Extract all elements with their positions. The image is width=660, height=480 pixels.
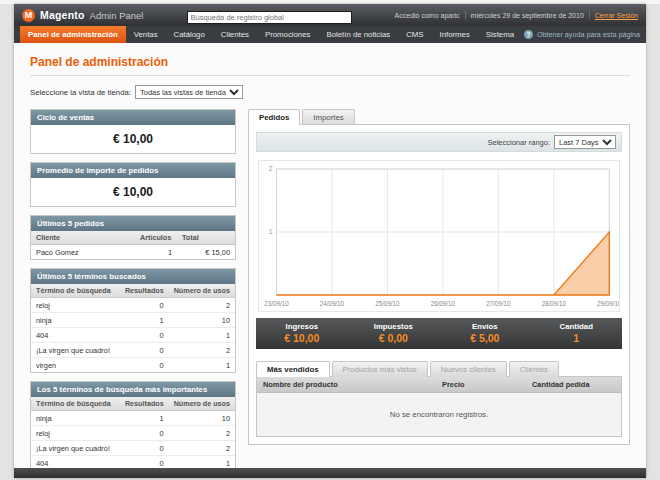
nav-item-newsletter[interactable]: Boletín de noticias bbox=[318, 26, 398, 43]
svg-text:29/09/10: 29/09/10 bbox=[597, 300, 619, 307]
separator bbox=[589, 11, 590, 19]
tab-new-customers[interactable]: Nuevos clientes bbox=[430, 361, 507, 377]
logged-in-status: Accedió como aparic bbox=[395, 12, 460, 19]
cell-uses: 2 bbox=[169, 343, 235, 358]
col-header: Artículos bbox=[135, 231, 177, 245]
range-select[interactable]: Last 7 Days bbox=[554, 135, 616, 149]
nav-item-customers[interactable]: Clientes bbox=[213, 26, 257, 43]
page-title: Panel de administración bbox=[30, 47, 630, 76]
nav-item-sales[interactable]: Ventas bbox=[126, 26, 166, 43]
cell-items: 1 bbox=[135, 245, 177, 260]
main-nav: Panel de administración Ventas Catálogo … bbox=[14, 26, 646, 43]
logo-suffix: Admin Panel bbox=[90, 10, 144, 21]
table-row[interactable]: virgen 0 1 bbox=[31, 358, 235, 373]
cell-term: ¡La virgen que cuadro! bbox=[31, 343, 120, 358]
table-row[interactable]: ¡La virgen que cuadro! 0 2 bbox=[31, 441, 235, 456]
store-view-label: Seleccione la vista de tienda: bbox=[30, 88, 131, 97]
cell-term: reloj bbox=[31, 426, 120, 441]
col-header: Resultados bbox=[120, 397, 169, 411]
top-bar: M Magento Admin Panel Accedió como apari… bbox=[14, 4, 646, 26]
table-row[interactable]: 404 0 1 bbox=[31, 456, 235, 469]
total-label: Impuestos bbox=[348, 322, 440, 331]
tab-bestsellers[interactable]: Más vendidos bbox=[256, 361, 330, 377]
nav-item-promotions[interactable]: Promociones bbox=[257, 26, 319, 43]
table-row[interactable]: 404 0 1 bbox=[31, 328, 235, 343]
nav-item-dashboard[interactable]: Panel de administración bbox=[20, 26, 126, 43]
cell-uses: 1 bbox=[169, 358, 235, 373]
table-row[interactable]: ninja 1 10 bbox=[31, 411, 235, 426]
page-help-link[interactable]: ? Obtener ayuda para esta página bbox=[524, 26, 640, 43]
last-search-panel: Últimos 5 términos buscados Término de b… bbox=[30, 268, 236, 373]
logout-link[interactable]: Cerrar Sesión bbox=[595, 12, 638, 19]
table-row[interactable]: Paco Gomez 1 € 15,00 bbox=[31, 245, 235, 260]
orders-chart: 1223/09/1024/09/1025/09/1026/09/1027/09/… bbox=[258, 160, 620, 312]
empty-message: No se encontraron registros. bbox=[257, 393, 621, 437]
table-row[interactable]: reloj 0 2 bbox=[31, 426, 235, 441]
col-header: Número de usos bbox=[169, 284, 235, 298]
table-row[interactable]: ¡La virgen que cuadro! 0 2 bbox=[31, 343, 235, 358]
cell-term: 404 bbox=[31, 456, 120, 469]
current-date: miércoles 29 de septiembre de 2010 bbox=[471, 12, 584, 19]
cell-uses: 1 bbox=[169, 456, 235, 469]
total-revenue: Ingresos € 10,00 bbox=[256, 322, 348, 344]
lifetime-sales-value: € 10,00 bbox=[31, 125, 235, 153]
col-header: Precio bbox=[436, 377, 526, 393]
col-header: Nombre del producto bbox=[257, 377, 436, 393]
col-header: Término de búsqueda bbox=[31, 397, 120, 411]
range-label: Seleccionar rango: bbox=[487, 138, 550, 147]
top-search-title: Los 5 términos de búsqueda más important… bbox=[31, 382, 235, 397]
table-header-row: Término de búsqueda Resultados Número de… bbox=[31, 397, 235, 411]
lifetime-sales-panel: Ciclo de ventas € 10,00 bbox=[30, 109, 236, 154]
tab-orders[interactable]: Pedidos bbox=[248, 109, 300, 125]
total-label: Envíos bbox=[439, 322, 531, 331]
nav-item-system[interactable]: Sistema bbox=[478, 26, 522, 43]
magento-admin-app: M Magento Admin Panel Accedió como apari… bbox=[14, 4, 646, 478]
help-label: Obtener ayuda para esta página bbox=[537, 30, 640, 39]
average-orders-value: € 10,00 bbox=[31, 178, 235, 206]
totals-bar: Ingresos € 10,00 Impuestos € 0,00 Envíos… bbox=[256, 318, 622, 349]
dashboard-left-column: Ciclo de ventas € 10,00 Promedio de impo… bbox=[30, 109, 236, 468]
cell-term: virgen bbox=[31, 358, 120, 373]
dashboard-right-column: Pedidos Importes Seleccionar rango: Last… bbox=[248, 109, 630, 445]
cell-results: 0 bbox=[120, 328, 169, 343]
dashboard-content: Panel de administración Seleccione la vi… bbox=[14, 43, 646, 468]
col-header: Término de búsqueda bbox=[31, 284, 120, 298]
svg-text:26/09/10: 26/09/10 bbox=[431, 300, 456, 307]
orders-chart-svg: 1223/09/1024/09/1025/09/1026/09/1027/09/… bbox=[259, 161, 619, 311]
tab-customers[interactable]: Clientes bbox=[509, 361, 559, 377]
magento-logo-icon[interactable]: M bbox=[22, 9, 35, 22]
nav-item-catalog[interactable]: Catálogo bbox=[166, 26, 213, 43]
bestsellers-table: Nombre del producto Precio Cantidad pedi… bbox=[257, 377, 621, 436]
last-orders-table: Cliente Artículos Total Paco Gomez 1 € 1… bbox=[31, 231, 235, 259]
logo-text[interactable]: Magento bbox=[40, 9, 85, 21]
cell-results: 0 bbox=[120, 441, 169, 456]
account-info: Accedió como aparic miércoles 29 de sept… bbox=[395, 11, 638, 19]
global-search bbox=[187, 6, 352, 24]
empty-row: No se encontraron registros. bbox=[257, 393, 621, 437]
tab-most-viewed[interactable]: Productos más vistos bbox=[332, 361, 428, 377]
cell-results: 1 bbox=[120, 313, 169, 328]
top-search-table: Término de búsqueda Resultados Número de… bbox=[31, 397, 235, 468]
separator bbox=[465, 11, 466, 19]
help-icon: ? bbox=[524, 30, 533, 39]
table-header-row: Nombre del producto Precio Cantidad pedi… bbox=[257, 377, 621, 393]
svg-text:2: 2 bbox=[269, 165, 273, 172]
cell-uses: 10 bbox=[169, 313, 235, 328]
table-row[interactable]: reloj 0 2 bbox=[31, 298, 235, 313]
cell-customer: Paco Gomez bbox=[31, 245, 135, 260]
bestsellers-grid: Nombre del producto Precio Cantidad pedi… bbox=[256, 376, 622, 437]
nav-item-cms[interactable]: CMS bbox=[398, 26, 431, 43]
orders-chart-panel: Seleccionar rango: Last 7 Days 1223/09/1… bbox=[248, 124, 630, 445]
store-view-select[interactable]: Todas las vistas de tienda bbox=[135, 85, 243, 99]
table-row[interactable]: ninja 1 10 bbox=[31, 313, 235, 328]
tab-amounts[interactable]: Importes bbox=[302, 109, 354, 125]
global-search-input[interactable] bbox=[187, 11, 352, 24]
store-view-row: Seleccione la vista de tienda: Todas las… bbox=[30, 85, 630, 99]
nav-item-reports[interactable]: Informes bbox=[432, 26, 478, 43]
cell-results: 0 bbox=[120, 358, 169, 373]
total-value: € 0,00 bbox=[348, 332, 440, 344]
svg-text:1: 1 bbox=[269, 228, 273, 235]
cell-total: € 15,00 bbox=[177, 245, 235, 260]
total-label: Cantidad bbox=[531, 322, 623, 331]
average-orders-title: Promedio de importe de pedidos bbox=[31, 163, 235, 178]
